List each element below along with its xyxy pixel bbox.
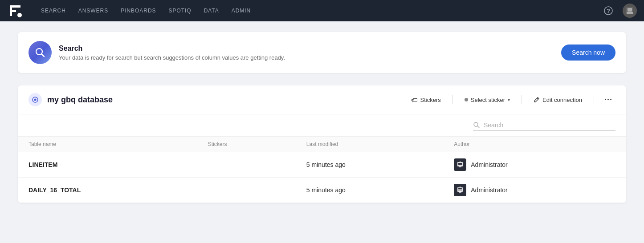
svg-text:?: ? (607, 8, 610, 14)
nav-admin[interactable]: ADMIN (232, 8, 251, 14)
divider3 (594, 95, 594, 104)
author-icon (454, 184, 466, 196)
svg-rect-20 (460, 161, 461, 162)
svg-line-15 (477, 126, 479, 128)
svg-rect-25 (460, 186, 461, 188)
svg-rect-23 (458, 190, 462, 190)
cell-last-modified: 5 minutes ago (296, 178, 443, 203)
table-row: DAILY_16_TOTAL 5 minutes ago Administrat… (18, 178, 626, 203)
search-banner-title: Search (59, 45, 554, 53)
edit-connection-label: Edit connection (542, 97, 582, 103)
chevron-down-icon: ▾ (508, 97, 510, 102)
database-section: my gbq database 🏷 Stickers Select sticke… (18, 85, 626, 203)
svg-point-3 (17, 13, 22, 17)
divider (452, 95, 453, 104)
svg-rect-2 (10, 10, 16, 12)
select-sticker-label: Select sticker (471, 97, 505, 103)
nav-data[interactable]: DATA (204, 8, 219, 14)
main-content: Search Your data is ready for search but… (0, 21, 644, 214)
svg-rect-8 (627, 12, 633, 14)
database-actions: 🏷 Stickers Select sticker ▾ Edit connect… (407, 93, 615, 107)
author-icon (454, 158, 466, 171)
app-logo[interactable] (7, 3, 23, 19)
table-row: LINEITEM 5 minutes ago Administrator (18, 152, 626, 178)
sticker-dot-icon (465, 98, 468, 101)
nav-links: SEARCH ANSWERS PINBOARDS SPOTIQ DATA ADM… (41, 8, 587, 14)
top-navigation: SEARCH ANSWERS PINBOARDS SPOTIQ DATA ADM… (0, 0, 644, 21)
data-table: Table name Stickers Last modified Author… (18, 136, 626, 203)
divider2 (522, 95, 522, 104)
cell-table-name: DAILY_16_TOTAL (18, 178, 197, 203)
table-search-input[interactable] (484, 121, 615, 129)
svg-point-12 (34, 99, 37, 101)
col-author: Author (443, 137, 626, 152)
search-now-button[interactable]: Search now (561, 45, 615, 61)
search-banner: Search Your data is ready for search but… (18, 32, 626, 73)
pencil-icon (534, 97, 540, 103)
database-title: my gbq database (47, 95, 401, 105)
user-avatar[interactable] (623, 4, 637, 18)
cell-stickers (197, 178, 296, 203)
stickers-button[interactable]: 🏷 Stickers (407, 93, 445, 106)
col-table-name: Table name (18, 137, 197, 152)
nav-search[interactable]: SEARCH (41, 8, 66, 14)
nav-pinboards[interactable]: PINBOARDS (121, 8, 156, 14)
col-stickers: Stickers (197, 137, 296, 152)
database-header: my gbq database 🏷 Stickers Select sticke… (18, 85, 626, 114)
nav-right-actions: ? (601, 4, 637, 18)
cell-author: Administrator (443, 152, 626, 178)
select-sticker-button[interactable]: Select sticker ▾ (460, 94, 514, 106)
nav-spotiq[interactable]: SPOTIQ (169, 8, 192, 14)
svg-rect-1 (10, 5, 20, 8)
database-icon (29, 93, 42, 106)
cell-last-modified: 5 minutes ago (296, 152, 443, 178)
svg-rect-7 (628, 8, 632, 12)
nav-answers[interactable]: ANSWERS (78, 8, 108, 14)
author-name: Administrator (471, 186, 507, 194)
cell-author: Administrator (443, 178, 626, 203)
search-banner-icon (29, 41, 52, 64)
sticker-tag-icon: 🏷 (411, 96, 418, 104)
table-header-row: Table name Stickers Last modified Author (18, 137, 626, 152)
search-banner-text: Search Your data is ready for search but… (59, 45, 554, 61)
table-search-row (18, 114, 626, 136)
svg-rect-24 (459, 191, 461, 193)
help-button[interactable]: ? (601, 4, 615, 18)
cell-stickers (197, 152, 296, 178)
search-banner-subtitle: Your data is ready for search but search… (59, 54, 554, 61)
svg-line-13 (537, 98, 538, 100)
more-options-button[interactable]: ··· (601, 93, 615, 107)
search-icon (473, 121, 480, 129)
edit-connection-button[interactable]: Edit connection (529, 94, 587, 106)
svg-line-10 (42, 54, 45, 57)
svg-rect-18 (458, 164, 462, 165)
svg-rect-19 (459, 166, 461, 167)
stickers-label: Stickers (420, 97, 441, 103)
svg-rect-17 (458, 163, 462, 164)
svg-rect-22 (458, 188, 462, 189)
author-name: Administrator (471, 161, 507, 168)
col-last-modified: Last modified (296, 137, 443, 152)
table-search-container (473, 120, 615, 131)
cell-table-name: LINEITEM (18, 152, 197, 178)
